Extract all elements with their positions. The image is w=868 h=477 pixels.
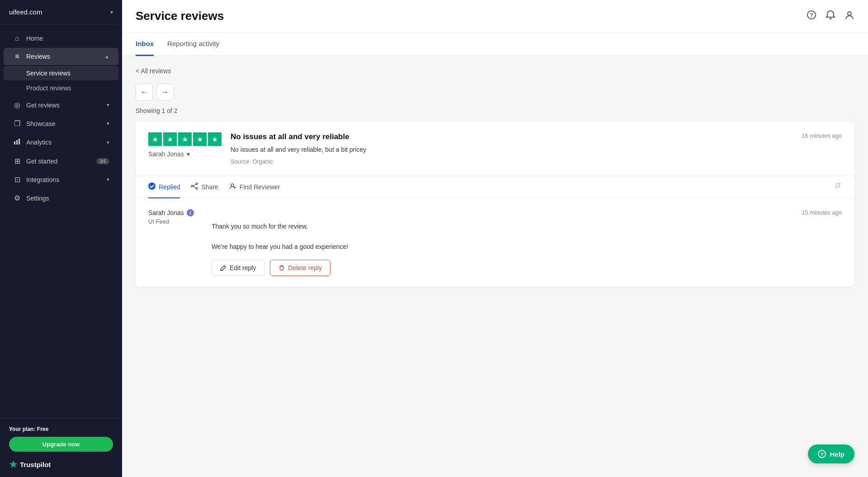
help-circle-icon[interactable]: ?	[807, 10, 816, 22]
star-5: ★	[208, 132, 222, 146]
svg-point-9	[191, 185, 193, 187]
sidebar-nav: ⌂ Home ≡ Reviews ▲ Service reviews Produ…	[0, 24, 122, 418]
svg-text:?: ?	[821, 452, 824, 457]
reply-time: 15 minutes ago	[212, 209, 842, 216]
review-top: ★ ★ ★ ★ ★ Sarah Jonas ▾ No i	[148, 132, 842, 165]
sidebar-item-reviews[interactable]: ≡ Reviews ▲	[4, 48, 118, 65]
svg-point-12	[231, 184, 234, 187]
reviews-icon: ≡	[13, 52, 22, 61]
reply-body: 15 minutes ago Thank you so much for the…	[212, 209, 842, 276]
svg-point-6	[148, 182, 156, 190]
sidebar-item-analytics[interactable]: Analytics ▾	[4, 133, 118, 151]
brand-header[interactable]: uifeed.com ▾	[0, 0, 122, 24]
get-reviews-icon: ◎	[13, 101, 22, 109]
star-4: ★	[193, 132, 207, 146]
review-body: No issues at all and very reliable, but …	[231, 145, 842, 154]
sidebar-item-label: Reviews	[26, 53, 100, 60]
action-tab-replied[interactable]: Replied	[148, 176, 180, 198]
review-time: 16 minutes ago	[802, 132, 842, 139]
user-avatar-icon[interactable]	[844, 10, 854, 22]
back-link[interactable]: < All reviews	[136, 67, 171, 75]
tab-reporting-activity[interactable]: Reporting activity	[167, 33, 219, 56]
reply-author-name: Sarah Jonas	[148, 209, 184, 216]
brand-name: uifeed.com	[9, 8, 42, 16]
sidebar-item-get-reviews[interactable]: ◎ Get reviews ▾	[4, 96, 118, 114]
action-tab-share[interactable]: Share	[191, 176, 218, 198]
svg-line-10	[193, 184, 196, 186]
arrow-left-icon: ←	[141, 88, 148, 96]
flag-icon[interactable]	[835, 176, 842, 198]
svg-rect-0	[14, 141, 15, 145]
sidebar-item-integrations[interactable]: ⊡ Integrations ▾	[4, 171, 118, 188]
review-title: No issues at all and very reliable	[231, 132, 349, 141]
chevron-down-icon: ▾	[107, 121, 109, 126]
reply-author: Sarah Jonas i	[148, 209, 203, 216]
sidebar-footer: Your plan: Free Upgrade now ★ Trustpilot	[0, 418, 122, 477]
help-button[interactable]: ? Help	[808, 444, 854, 463]
action-tab-find-reviewer[interactable]: Find Reviewer	[229, 176, 280, 198]
help-circle-icon: ?	[818, 450, 826, 458]
page-title: Service reviews	[136, 9, 224, 23]
info-icon: i	[187, 209, 194, 216]
get-started-badge: 3/5	[96, 158, 109, 164]
svg-text:?: ?	[810, 12, 813, 19]
sidebar-item-label: Analytics	[26, 139, 102, 146]
chevron-down-icon: ▾	[107, 102, 109, 108]
svg-rect-1	[16, 140, 18, 145]
sidebar-item-label: Get started	[26, 158, 92, 165]
plan-type: Free	[37, 426, 48, 432]
reviewer-chevron-icon: ▾	[187, 150, 190, 158]
edit-reply-button[interactable]: Edit reply	[212, 260, 264, 276]
share-icon	[191, 182, 198, 191]
svg-rect-2	[19, 139, 20, 145]
sidebar-subitem-product-reviews[interactable]: Product reviews	[4, 81, 118, 95]
next-review-button[interactable]: →	[156, 84, 174, 101]
sidebar-item-showcase[interactable]: ❐ Showcase ▾	[4, 115, 118, 132]
reply-meta: Sarah Jonas i UI Feed	[148, 209, 203, 276]
plan-text: Your plan: Free	[9, 426, 113, 432]
get-started-icon: ⊞	[13, 157, 22, 165]
star-2: ★	[163, 132, 177, 146]
delete-reply-button[interactable]: Delete reply	[270, 260, 330, 276]
stars: ★ ★ ★ ★ ★	[148, 132, 222, 146]
star-1: ★	[148, 132, 162, 146]
sidebar-item-home[interactable]: ⌂ Home	[4, 30, 118, 47]
tab-inbox[interactable]: Inbox	[136, 33, 154, 56]
sidebar-subitem-label: Product reviews	[26, 84, 71, 92]
star-rating: ★ ★ ★ ★ ★ Sarah Jonas ▾	[148, 132, 222, 158]
settings-icon: ⚙	[13, 194, 22, 202]
reply-section: Sarah Jonas i UI Feed 15 minutes ago Tha…	[136, 198, 854, 287]
find-reviewer-icon	[229, 182, 236, 191]
trustpilot-star-icon: ★	[9, 459, 17, 470]
sidebar-item-label: Showcase	[26, 120, 102, 127]
chevron-down-icon: ▾	[107, 177, 109, 182]
trash-icon	[278, 265, 285, 271]
sidebar-item-get-started[interactable]: ⊞ Get started 3/5	[4, 152, 118, 170]
reply-actions: Edit reply Delete reply	[212, 260, 842, 276]
svg-point-7	[196, 183, 198, 185]
action-tabs-bar: Replied Share	[136, 176, 854, 198]
review-content: No issues at all and very reliable 16 mi…	[231, 132, 842, 165]
trustpilot-name: Trustpilot	[20, 461, 51, 468]
action-tab-find-reviewer-label: Find Reviewer	[240, 183, 280, 191]
star-3: ★	[178, 132, 192, 146]
sidebar-subitem-service-reviews[interactable]: Service reviews	[4, 66, 118, 80]
prev-review-button[interactable]: ←	[136, 84, 153, 101]
arrow-right-icon: →	[161, 88, 169, 96]
review-source: Source: Organic	[231, 158, 842, 165]
sidebar-item-settings[interactable]: ⚙ Settings	[4, 189, 118, 207]
tabs-bar: Inbox Reporting activity	[122, 33, 868, 56]
showing-text: Showing 1 of 2	[136, 107, 854, 114]
chevron-down-icon: ▾	[107, 140, 109, 145]
reviewer-name[interactable]: Sarah Jonas ▾	[148, 150, 222, 158]
review-card: ★ ★ ★ ★ ★ Sarah Jonas ▾ No i	[136, 122, 854, 287]
upgrade-button[interactable]: Upgrade now	[9, 437, 113, 452]
sidebar-item-label: Get reviews	[26, 102, 102, 109]
notification-bell-icon[interactable]	[826, 10, 835, 22]
trustpilot-logo: ★ Trustpilot	[9, 459, 113, 470]
nav-arrows: ← →	[136, 84, 854, 101]
main-content: Service reviews ?	[122, 0, 868, 477]
sidebar-item-label: Settings	[26, 195, 109, 202]
integrations-icon: ⊡	[13, 175, 22, 184]
action-tab-replied-label: Replied	[159, 183, 180, 191]
